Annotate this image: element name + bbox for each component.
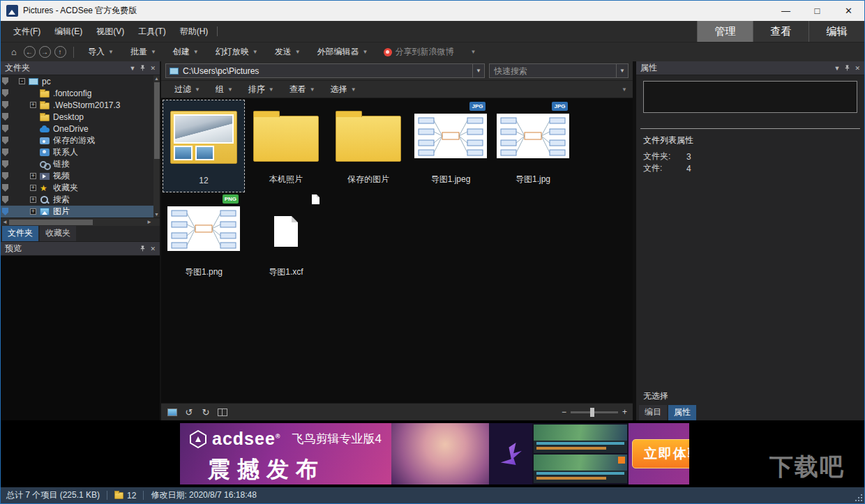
folders-panel-title: 文件夹	[5, 62, 30, 74]
minimize-button[interactable]: —	[770, 1, 802, 21]
mode-tab-view[interactable]: 查看	[753, 21, 808, 42]
toolbar-dropdown[interactable]: 批量 ▼	[122, 46, 165, 58]
close-button[interactable]: ✕	[833, 1, 864, 21]
filter-button[interactable]: 过滤 ▼	[167, 84, 208, 96]
status-folder-badge: 12	[114, 491, 136, 501]
tree-item[interactable]: + 收藏夹	[1, 182, 160, 194]
view-panels-icon[interactable]	[217, 406, 228, 418]
row-marker-icon	[2, 184, 8, 192]
file-name-label: 导图1.xcf	[246, 264, 326, 278]
forward-button[interactable]: →	[37, 45, 52, 60]
address-dropdown-icon[interactable]: ▼	[472, 64, 484, 77]
toolbar-dropdown[interactable]: 外部编辑器 ▼	[309, 46, 377, 58]
tree-item[interactable]: + 视频	[1, 170, 160, 182]
tree-horizontal-scrollbar[interactable]: ◄ ►	[1, 217, 160, 226]
back-button[interactable]: ←	[22, 45, 37, 60]
zoom-out-icon[interactable]: −	[562, 407, 566, 417]
file-tile[interactable]: PNG 导图1.png	[163, 192, 245, 285]
file-tile[interactable]: 本机照片	[245, 100, 327, 192]
scrollbar-thumb[interactable]	[9, 220, 93, 225]
menu-item[interactable]: 编辑(E)	[47, 21, 89, 42]
share-weibo-button[interactable]: 分享到新浪微博	[377, 46, 461, 58]
panel-menu-icon[interactable]: ▼	[834, 65, 841, 72]
tree-vertical-scrollbar[interactable]: ▲ ▼	[153, 75, 160, 217]
rotate-left-icon[interactable]: ↺	[183, 406, 195, 418]
filter-overflow-icon[interactable]: ▼	[622, 86, 627, 93]
toolbar-overflow-icon[interactable]: ▼	[471, 49, 476, 55]
pin-icon[interactable]	[844, 65, 850, 71]
scroll-down-icon[interactable]: ▼	[153, 211, 160, 217]
close-panel-icon[interactable]: ✕	[855, 65, 860, 72]
scroll-right-icon[interactable]: ►	[145, 218, 153, 227]
filter-button[interactable]: 组 ▼	[208, 84, 241, 96]
rotate-right-icon[interactable]: ↻	[200, 406, 211, 418]
filter-button[interactable]: 排序 ▼	[241, 84, 282, 96]
cta-button[interactable]: 立即体验	[632, 439, 689, 468]
close-panel-icon[interactable]: ✕	[150, 245, 156, 252]
file-name-label: 12	[163, 171, 244, 185]
tree-item[interactable]: 链接	[1, 158, 160, 170]
scroll-up-icon[interactable]: ▲	[153, 75, 160, 82]
folder-icon	[114, 492, 123, 499]
thumbnail-preview-icon[interactable]	[167, 406, 178, 418]
file-tile[interactable]: JPG 导图1.jpeg	[409, 100, 492, 192]
banner-text-area: acdsee® 飞鸟剪辑专业版4 震撼发布	[180, 423, 391, 484]
resize-grip[interactable]	[855, 494, 862, 501]
panel-menu-icon[interactable]: ▼	[130, 65, 136, 72]
ad-banner[interactable]: acdsee® 飞鸟剪辑专业版4 震撼发布	[180, 423, 689, 484]
address-combo[interactable]: C:\Users\pc\Pictures ▼	[165, 63, 485, 78]
file-tile[interactable]: 保存的图片	[327, 100, 409, 192]
tree-item[interactable]: 联系人	[1, 146, 160, 158]
tree-expander[interactable]: +	[30, 197, 36, 203]
menu-item[interactable]: 文件(F)	[6, 21, 47, 42]
tree-expander[interactable]: +	[30, 185, 36, 191]
tree-item[interactable]: + .WebStorm2017.3	[1, 99, 160, 111]
toolbar-dropdown[interactable]: 幻灯放映 ▼	[207, 46, 266, 58]
toolbar-dropdown[interactable]: 导入 ▼	[80, 46, 122, 58]
close-panel-icon[interactable]: ✕	[150, 65, 156, 72]
pin-icon[interactable]	[140, 245, 146, 252]
maximize-button[interactable]: □	[802, 1, 833, 21]
tree-item[interactable]: OneDrive	[1, 123, 160, 135]
tree-item-icon	[40, 173, 50, 180]
panel-tab[interactable]: 文件夹	[2, 226, 38, 241]
toolbar-dropdown[interactable]: 发送 ▼	[266, 46, 309, 58]
tree-item[interactable]: 保存的游戏	[1, 135, 160, 146]
menu-item[interactable]: 工具(T)	[131, 21, 172, 42]
tree-item[interactable]: .fontconfig	[1, 87, 160, 99]
quick-search-input[interactable]	[490, 66, 616, 76]
zoom-slider[interactable]	[571, 411, 618, 413]
search-dropdown-icon[interactable]: ▼	[616, 64, 628, 77]
tree-item-label: OneDrive	[53, 124, 89, 134]
filter-button[interactable]: 选择 ▼	[323, 84, 364, 96]
menu-item[interactable]: 帮助(H)	[173, 21, 216, 42]
panel-tab[interactable]: 编目	[639, 405, 667, 420]
mode-tab-edit[interactable]: 编辑	[808, 21, 864, 42]
panel-tab[interactable]: 属性	[668, 405, 696, 420]
filter-button-label: 组	[216, 84, 224, 96]
zoom-slider-thumb[interactable]	[590, 408, 594, 417]
tree-expander[interactable]: -	[19, 78, 25, 84]
filter-button[interactable]: 查看 ▼	[282, 84, 323, 96]
tree-expander[interactable]: +	[30, 173, 36, 179]
scroll-left-icon[interactable]: ◄	[1, 218, 9, 227]
zoom-in-icon[interactable]: +	[622, 407, 627, 417]
tree-item[interactable]: + 搜索	[1, 194, 160, 206]
scrollbar-thumb[interactable]	[154, 82, 160, 159]
tree-expander[interactable]: +	[30, 102, 36, 108]
file-tile[interactable]: 12	[163, 100, 245, 192]
mode-tab-manage[interactable]: 管理	[697, 21, 753, 42]
file-tile[interactable]: JPG 导图1.jpg	[492, 100, 574, 192]
panel-tab[interactable]: 收藏夹	[40, 226, 76, 241]
home-button[interactable]: ⌂	[6, 45, 22, 60]
toolbar-dropdown[interactable]: 创建 ▼	[165, 46, 207, 58]
file-thumbnail: PNG	[163, 193, 244, 264]
tree-expander[interactable]: +	[30, 208, 36, 215]
pin-icon[interactable]	[140, 65, 146, 71]
up-button[interactable]: ↑	[52, 45, 68, 60]
tree-item[interactable]: Desktop	[1, 111, 160, 123]
file-tile[interactable]: 导图1.xcf	[245, 192, 327, 285]
menu-item[interactable]: 视图(V)	[89, 21, 131, 42]
tree-item[interactable]: - pc	[1, 75, 160, 87]
tree-item[interactable]: + 图片	[1, 206, 160, 217]
